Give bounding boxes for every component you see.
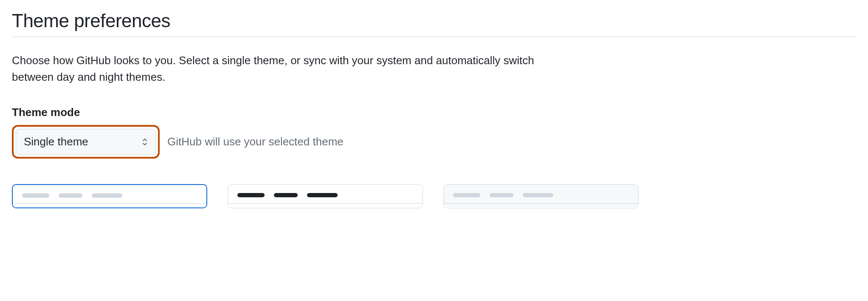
preview-pill (237, 193, 265, 197)
theme-mode-select[interactable]: Single theme (16, 129, 156, 155)
theme-card-light-alt[interactable] (443, 184, 639, 208)
theme-card-preview-header (13, 185, 206, 204)
theme-card-preview-body (228, 204, 423, 207)
page-title: Theme preferences (12, 10, 856, 31)
preview-pill (92, 193, 122, 198)
section-divider (12, 37, 856, 37)
preview-pill (59, 193, 82, 198)
preview-pill (453, 193, 480, 197)
theme-mode-selected-value: Single theme (24, 135, 88, 148)
theme-card-light-default[interactable] (12, 184, 207, 208)
theme-cards (12, 184, 856, 208)
theme-mode-row: Single theme GitHub will use your select… (12, 125, 856, 159)
preview-pill (490, 193, 513, 197)
preview-pill (307, 193, 338, 197)
preview-pill (523, 193, 553, 197)
theme-mode-highlight: Single theme (12, 125, 160, 159)
theme-card-light-high-contrast[interactable] (228, 184, 423, 208)
theme-card-preview-body (444, 204, 638, 207)
theme-card-preview-body (13, 204, 206, 207)
preview-pill (274, 193, 298, 197)
theme-mode-label: Theme mode (12, 106, 856, 119)
theme-mode-helper: GitHub will use your selected theme (167, 135, 344, 148)
preview-pill (22, 193, 49, 198)
theme-card-preview-header (444, 185, 638, 204)
theme-card-preview-header (228, 185, 423, 204)
page-description: Choose how GitHub looks to you. Select a… (12, 52, 564, 85)
select-caret-icon (142, 138, 148, 146)
